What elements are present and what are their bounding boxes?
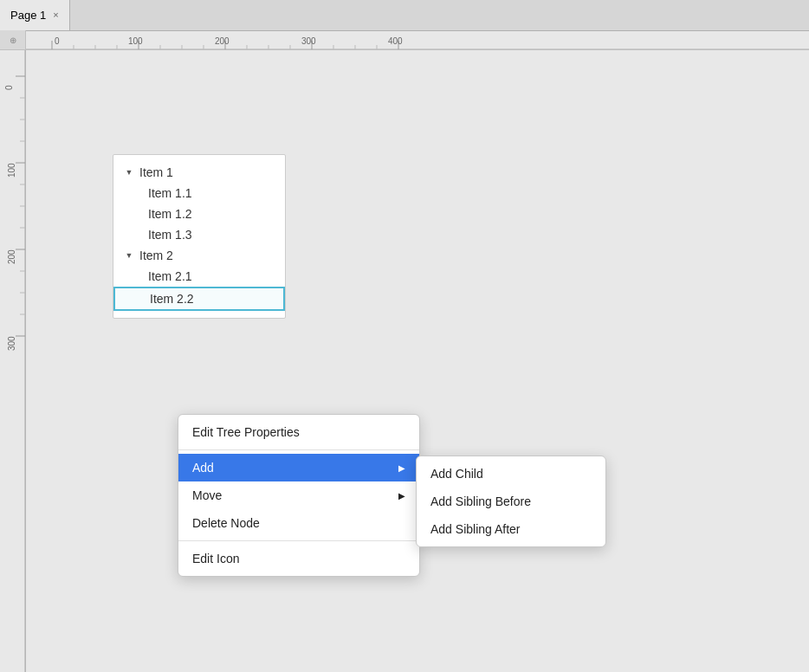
tab-label: Page 1: [10, 9, 46, 22]
svg-text:300: 300: [7, 336, 16, 351]
svg-text:200: 200: [215, 36, 230, 46]
tree-row-item2-1[interactable]: Item 2.1: [113, 266, 285, 287]
submenu-item-add-child-label: Add Child: [430, 467, 483, 481]
menu-item-add[interactable]: Add ▶: [178, 454, 419, 481]
tree-label-item2: Item 2: [139, 249, 173, 262]
menu-item-delete[interactable]: Delete Node: [178, 509, 419, 537]
tree-label-item2-1: Item 2.1: [148, 269, 192, 283]
svg-text:0: 0: [55, 36, 60, 46]
tab-bar: Page 1 ×: [0, 0, 809, 31]
tree-toggle-item2[interactable]: ▼: [124, 250, 134, 261]
tree-label-item1: Item 1: [139, 165, 173, 179]
submenu-item-add-sibling-before-label: Add Sibling Before: [430, 494, 531, 508]
tree-row-item2[interactable]: ▼ Item 2: [113, 245, 285, 266]
submenu-item-add-child[interactable]: Add Child: [417, 460, 605, 488]
menu-item-move-label: Move: [192, 488, 222, 502]
tree-row-item2-2[interactable]: Item 2.2: [113, 287, 285, 311]
tree-row-item1[interactable]: ▼ Item 1: [113, 162, 285, 183]
svg-text:300: 300: [301, 36, 316, 46]
menu-arrow-add: ▶: [398, 463, 405, 473]
tree-label-item1-3: Item 1.3: [148, 228, 192, 242]
main-area: 0 100 200 300: [0, 50, 809, 672]
ruler-h-track: 0 100 200 300 400: [26, 30, 809, 49]
tree-row-item1-2[interactable]: Item 1.2: [113, 204, 285, 224]
ruler-vertical: 0 100 200 300: [0, 50, 26, 672]
canvas[interactable]: ▼ Item 1 Item 1.1 Item 1.2 Item 1.3 ▼ It…: [26, 50, 809, 672]
tree-toggle-item1[interactable]: ▼: [124, 167, 134, 178]
svg-text:200: 200: [7, 249, 16, 264]
submenu-add: Add Child Add Sibling Before Add Sibling…: [416, 456, 606, 547]
svg-text:100: 100: [128, 36, 143, 46]
context-menu: Edit Tree Properties Add ▶ Move ▶ Delete…: [178, 414, 420, 577]
menu-item-add-label: Add: [192, 461, 214, 475]
menu-arrow-move: ▶: [398, 491, 405, 501]
menu-item-edit-icon[interactable]: Edit Icon: [178, 545, 419, 572]
ruler-corner: ⊕: [0, 30, 26, 49]
tree-row-item1-1[interactable]: Item 1.1: [113, 183, 285, 204]
menu-separator-1: [178, 449, 419, 450]
menu-item-edit-tree[interactable]: Edit Tree Properties: [178, 418, 419, 446]
tree-label-item1-1: Item 1.1: [148, 186, 192, 200]
tree-label-item2-2: Item 2.2: [150, 292, 194, 306]
ruler-horizontal: ⊕ 0 100 200 300 400: [0, 31, 809, 50]
submenu-item-add-sibling-after-label: Add Sibling After: [430, 522, 521, 536]
menu-item-edit-tree-label: Edit Tree Properties: [192, 425, 300, 439]
submenu-item-add-sibling-after[interactable]: Add Sibling After: [417, 515, 605, 543]
menu-item-edit-icon-label: Edit Icon: [192, 552, 239, 565]
menu-item-move[interactable]: Move ▶: [178, 481, 419, 509]
menu-item-delete-label: Delete Node: [192, 516, 260, 530]
tree-label-item1-2: Item 1.2: [148, 207, 192, 221]
svg-text:400: 400: [388, 36, 403, 46]
tree-row-item1-3[interactable]: Item 1.3: [113, 224, 285, 245]
ruler-corner-icon: ⊕: [10, 36, 16, 45]
submenu-item-add-sibling-before[interactable]: Add Sibling Before: [417, 488, 605, 515]
tree-widget: ▼ Item 1 Item 1.1 Item 1.2 Item 1.3 ▼ It…: [113, 154, 286, 319]
menu-separator-2: [178, 540, 419, 541]
tab-close-button[interactable]: ×: [53, 10, 58, 20]
svg-text:100: 100: [7, 163, 16, 178]
tab-page1[interactable]: Page 1 ×: [0, 0, 70, 30]
svg-text:0: 0: [4, 85, 14, 90]
